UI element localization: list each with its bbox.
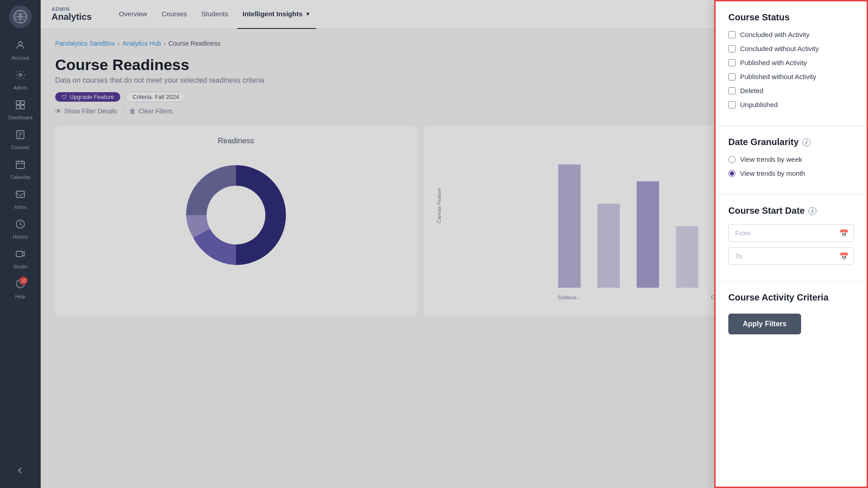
radio-week[interactable]: View trends by week [728,155,854,163]
radio-month-input[interactable] [728,170,736,177]
checkbox-concluded-activity[interactable]: Concluded with Activity [728,31,854,38]
checkbox-published-no-activity-label: Published without Activity [740,73,816,80]
course-start-date-title: Course Start Date i [728,206,854,216]
radio-week-label: View trends by week [740,155,802,163]
course-start-date-section: Course Start Date i 📅 📅 [716,195,867,282]
apply-filters-button[interactable]: Apply Filters [728,314,801,334]
to-date-wrap: 📅 [728,247,854,265]
radio-month[interactable]: View trends by month [728,169,854,177]
radio-week-input[interactable] [728,156,736,163]
radio-month-label: View trends by month [740,169,805,177]
course-activity-criteria-section: Course Activity Criteria [716,282,867,306]
checkbox-unpublished-label: Unpublished [740,101,778,108]
checkbox-published-no-activity[interactable]: Published without Activity [728,73,854,80]
checkbox-unpublished-input[interactable] [728,101,736,108]
checkbox-concluded-no-activity-label: Concluded without Activity [740,45,819,52]
checkbox-concluded-activity-input[interactable] [728,31,736,38]
from-date-wrap: 📅 [728,224,854,242]
from-date-input[interactable] [728,224,854,242]
course-start-date-info-icon[interactable]: i [808,207,816,215]
checkbox-deleted-input[interactable] [728,87,736,94]
course-activity-criteria-title: Course Activity Criteria [728,292,854,303]
checkbox-published-activity-input[interactable] [728,59,736,66]
date-granularity-title: Date Granularity i [728,137,854,147]
date-granularity-info-icon[interactable]: i [802,138,811,146]
checkbox-concluded-no-activity-input[interactable] [728,45,736,52]
checkbox-published-no-activity-input[interactable] [728,73,736,80]
checkbox-concluded-no-activity[interactable]: Concluded without Activity [728,45,854,52]
checkbox-unpublished[interactable]: Unpublished [728,101,854,108]
course-status-title: Course Status [728,12,854,23]
apply-btn-wrap: Apply Filters [716,306,867,334]
checkbox-deleted-label: Deleted [740,87,764,94]
course-status-section: Course Status Concluded with Activity Co… [716,1,867,126]
checkbox-published-activity[interactable]: Published with Activity [728,59,854,66]
filter-panel: Course Status Concluded with Activity Co… [714,0,868,488]
to-date-input[interactable] [728,247,854,265]
date-granularity-section: Date Granularity i View trends by week V… [716,126,867,195]
main-content: ADMIN Analytics Overview Courses Student… [41,0,868,488]
checkbox-deleted[interactable]: Deleted [728,87,854,94]
checkbox-concluded-activity-label: Concluded with Activity [740,31,809,38]
checkbox-published-activity-label: Published with Activity [740,59,807,66]
